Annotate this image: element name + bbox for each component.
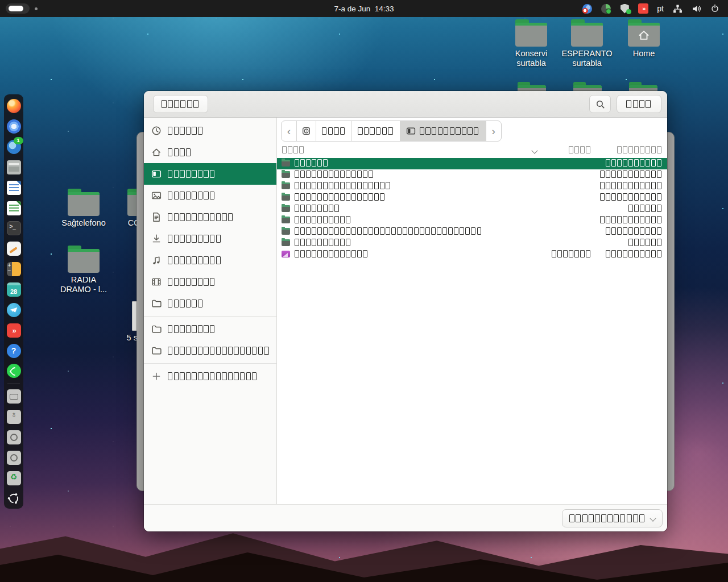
dialog-headerbar [144,91,667,118]
dock-browser-badge[interactable]: 1 [4,137,23,157]
dock-libreoffice-writer[interactable] [4,177,23,198]
dock-files[interactable] [4,157,23,178]
dock-firefox[interactable] [4,96,23,117]
open-button[interactable] [617,95,661,113]
file-row[interactable] [277,192,667,203]
sort-chevron-down-icon[interactable] [531,147,537,153]
dock-calculator[interactable] [4,259,23,280]
dock-help[interactable]: ? [4,340,23,361]
home-folder-icon [628,23,660,47]
file-type-dropdown[interactable] [562,509,663,527]
dock-media-2[interactable] [4,447,23,468]
pathbar-segment-current[interactable] [400,121,486,141]
file-name [295,250,369,257]
sidebar-item-label [168,278,216,286]
desktop-icon-radia-dramo[interactable]: RADIA DRAMO - l... [56,244,111,294]
desktop-icon-sagtelefono[interactable]: Saĝtelefono [55,188,112,228]
file-row[interactable] [277,226,667,238]
sidebar-item-videos[interactable] [144,271,276,293]
file-modified [606,227,663,235]
dock-anydesk[interactable]: » [4,320,23,340]
search-button[interactable] [589,95,611,113]
file-row[interactable] [277,169,667,181]
sidebar-item-label [168,192,216,199]
file-modified [600,216,663,223]
system-monitor-gauge-icon[interactable] [601,3,611,14]
drive-icon [7,389,21,404]
dock-chromium[interactable] [4,117,23,137]
sidebar-item-documents[interactable] [144,206,276,228]
pathbar-segment-2[interactable] [352,121,400,141]
sidebar-item-desktop[interactable] [144,163,276,185]
app-indicator-icon[interactable] [582,3,592,14]
plus-icon [151,371,162,381]
file-row[interactable] [277,181,667,192]
dock-media-1[interactable] [4,427,23,448]
sidebar-item-folder-bookmark-3[interactable] [144,340,276,361]
dock-external-drive[interactable] [4,386,23,407]
column-header-name[interactable] [282,146,305,153]
folder-icon [515,23,547,47]
dialog-footer [144,504,667,531]
volume-icon[interactable] [691,3,701,14]
dock-whatsapp[interactable] [4,361,23,381]
sidebar-item-pictures[interactable] [144,185,276,206]
desktop-icon-label: RADIA DRAMO - l... [56,275,111,294]
dock-calendar[interactable]: 28 [4,280,23,300]
folder-icon [151,298,162,309]
sidebar-item-folder-bookmark-1[interactable] [144,293,276,314]
desktop-icon-home[interactable]: Home [615,18,672,59]
folder-icon [282,160,290,167]
folder-icon [151,346,162,356]
desktop-icon-konservi-surtabla[interactable]: Konservi surtabla [503,18,560,68]
whatsapp-icon [7,364,21,378]
telegram-icon [7,303,21,317]
dock-usb-drive[interactable] [4,407,23,427]
dock-terminal[interactable] [4,218,23,239]
file-name [295,239,351,246]
pathbar-segment-1[interactable] [316,121,352,141]
folder-icon [68,249,100,273]
keyboard-layout-indicator[interactable]: pt [657,4,664,13]
dock-text-editor[interactable] [4,239,23,259]
sidebar-item-home[interactable] [144,142,276,163]
folder-icon [282,239,290,246]
shield-icon[interactable] [619,3,630,14]
sidebar-item-label [168,256,222,264]
sidebar-separator [144,363,276,364]
file-modified [606,250,663,257]
column-header-size[interactable] [569,146,592,153]
desktop-icon-esperanto-surtabla[interactable]: ESPERANTO surtabla [559,18,615,68]
sidebar-item-music[interactable] [144,250,276,271]
file-name [295,205,340,212]
back-button[interactable]: ‹ [282,121,297,141]
dock-show-apps[interactable] [4,488,23,509]
dock-trash[interactable] [4,468,23,488]
network-wired-icon[interactable] [672,3,682,14]
anydesk-tray-icon[interactable]: » [638,3,648,14]
help-icon: ? [7,344,21,358]
file-row[interactable] [277,215,667,226]
sidebar-item-add-location[interactable] [144,365,276,387]
dock-libreoffice-calc[interactable] [4,198,23,218]
pathbar-root-button[interactable] [297,121,316,141]
column-header-modified[interactable] [617,146,663,153]
sidebar-item-downloads[interactable] [144,228,276,250]
dock-telegram[interactable] [4,300,23,320]
power-icon[interactable] [710,3,720,14]
trash-recycle-icon [7,471,21,485]
forward-button[interactable]: › [486,121,501,141]
file-row[interactable] [277,238,667,249]
file-row[interactable] [277,158,667,169]
sidebar-item-recent[interactable] [144,120,276,142]
places-sidebar [144,118,277,504]
folder-icon [282,182,290,189]
file-row[interactable] [277,249,667,260]
cancel-button[interactable] [153,95,208,113]
file-row[interactable] [277,203,667,215]
folder-icon [571,23,603,47]
file-chooser-dialog: ‹ [144,91,667,531]
file-name [295,227,483,235]
open-button-label [626,100,652,109]
sidebar-item-folder-bookmark-2[interactable] [144,318,276,340]
